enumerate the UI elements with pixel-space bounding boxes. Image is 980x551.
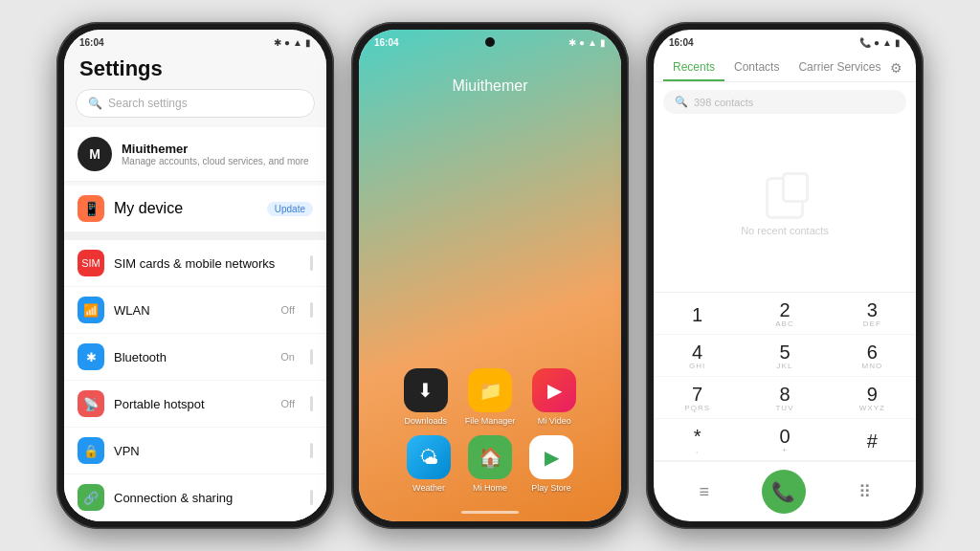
app-filemanager[interactable]: 📁 File Manager — [465, 368, 516, 426]
dialer-call-icon: 📞 — [859, 37, 871, 48]
dialer-screen: 16:04 📞 ● ▲ ▮ Recents Contacts Carrier S… — [654, 30, 916, 521]
keypad: 1 2 ABC 3 DEF 4 GHI 5 JKL — [654, 292, 916, 461]
vpn-icon: 🔒 — [78, 437, 104, 464]
app-downloads[interactable]: ⬇ Downloads — [404, 368, 448, 426]
home-greeting: Miuithemer — [359, 77, 621, 95]
account-row[interactable]: M Miuithemer Manage accounts, cloud serv… — [64, 127, 326, 182]
home-wifi: ▲ — [588, 37, 597, 48]
mivideo-label: Mi Video — [538, 416, 571, 426]
avatar: M — [78, 137, 112, 171]
hotspot-value: Off — [281, 398, 295, 409]
dialpad-grid-icon[interactable]: ⠿ — [858, 481, 871, 502]
no-contacts-icon — [766, 177, 804, 219]
weather-label: Weather — [412, 483, 445, 493]
downloads-label: Downloads — [404, 416, 447, 426]
key-0[interactable]: 0 + — [741, 419, 828, 461]
update-badge[interactable]: Update — [267, 202, 313, 216]
status-bar: 16:04 ✱ ● ▲ ▮ — [64, 30, 326, 51]
key-5[interactable]: 5 JKL — [741, 335, 828, 377]
app-grid: ⬇ Downloads 📁 File Manager ▶ — [359, 368, 621, 521]
search-icon: 🔍 — [88, 97, 102, 110]
settings-item-hotspot[interactable]: 📡 Portable hotspot Off — [64, 381, 326, 428]
settings-item-sharing[interactable]: 🔗 Connection & sharing — [64, 474, 326, 521]
settings-item-wlan[interactable]: 📶 WLAN Off — [64, 287, 326, 334]
settings-title: Settings — [64, 51, 326, 89]
vpn-label: VPN — [114, 444, 299, 458]
no-contacts-text: No recent contacts — [741, 225, 829, 236]
app-mivideo[interactable]: ▶ Mi Video — [532, 368, 576, 426]
playstore-label: Play Store — [531, 483, 571, 493]
device-row[interactable]: 📱 My device Update — [64, 186, 326, 232]
bt-handle — [310, 349, 313, 364]
bt-icon: ✱ — [274, 37, 281, 48]
mihome-icon: 🏠 — [468, 435, 512, 479]
key-4[interactable]: 4 GHI — [654, 335, 741, 377]
dialer-search-icon: 🔍 — [675, 96, 688, 108]
wifi-icon-item: 📶 — [78, 297, 104, 323]
call-button[interactable]: 📞 — [762, 470, 806, 514]
home-phone: 16:04 ✱ ● ▲ ▮ Miuithemer ⬇ Downloads — [351, 22, 629, 529]
dialer-bottom: ≡ 📞 ⠿ — [654, 461, 916, 521]
tab-contacts[interactable]: Contacts — [724, 55, 789, 81]
settings-item-vpn[interactable]: 🔒 VPN — [64, 428, 326, 474]
app-row-1: ⬇ Downloads 📁 File Manager ▶ — [404, 368, 577, 426]
settings-divider — [64, 232, 326, 240]
call-icon: 📞 — [771, 480, 795, 503]
app-mihome[interactable]: 🏠 Mi Home — [468, 435, 512, 493]
camera-cutout — [485, 37, 495, 47]
key-6[interactable]: 6 MNO — [829, 335, 916, 377]
key-1[interactable]: 1 — [654, 293, 741, 335]
app-weather[interactable]: 🌤 Weather — [407, 435, 451, 493]
search-bar[interactable]: 🔍 Search settings — [76, 89, 315, 118]
wifi-icon: ▲ — [293, 37, 302, 48]
home-screen: 16:04 ✱ ● ▲ ▮ Miuithemer ⬇ Downloads — [359, 30, 621, 521]
dialer-status-bar: 16:04 📞 ● ▲ ▮ — [654, 30, 916, 51]
weather-icon: 🌤 — [407, 435, 451, 479]
battery-icon: ▮ — [305, 37, 311, 48]
key-8[interactable]: 8 TUV — [741, 377, 828, 419]
account-sub: Manage accounts, cloud services, and mor… — [122, 156, 309, 166]
wlan-handle — [310, 302, 313, 318]
wlan-label: WLAN — [114, 303, 272, 318]
settings-item-bt[interactable]: ✱ Bluetooth On — [64, 334, 326, 381]
sharing-icon: 🔗 — [78, 484, 104, 511]
key-7[interactable]: 7 PQRS — [654, 377, 741, 419]
dialer-search[interactable]: 🔍 398 contacts — [663, 90, 906, 114]
key-2[interactable]: 2 ABC — [741, 293, 828, 335]
settings-item-sim[interactable]: SIM SIM cards & mobile networks — [64, 240, 326, 287]
dialer-signal: ● — [874, 37, 880, 48]
no-contacts-area: No recent contacts — [654, 121, 916, 292]
search-placeholder: Search settings — [108, 97, 188, 110]
sim-handle — [310, 255, 313, 271]
key-star[interactable]: * , — [654, 419, 741, 461]
filemanager-label: File Manager — [465, 416, 516, 426]
dialer-status-icons: 📞 ● ▲ ▮ — [859, 37, 901, 48]
mivideo-icon: ▶ — [532, 368, 576, 412]
key-9[interactable]: 9 WXYZ — [829, 377, 916, 419]
sharing-handle — [310, 490, 313, 505]
home-battery: ▮ — [600, 37, 606, 48]
playstore-icon: ▶ — [529, 435, 573, 479]
key-3[interactable]: 3 DEF — [829, 293, 916, 335]
status-icons: ✱ ● ▲ ▮ — [274, 37, 311, 48]
device-icon: 📱 — [78, 195, 104, 222]
signal-icon: ● — [284, 37, 290, 48]
dialer-time: 16:04 — [669, 37, 694, 48]
bt-icon-item: ✱ — [78, 343, 104, 370]
tab-carrier[interactable]: Carrier Services — [789, 55, 890, 81]
gear-icon[interactable]: ⚙ — [890, 60, 902, 76]
dialpad-menu-icon[interactable]: ≡ — [699, 482, 709, 502]
home-time: 16:04 — [374, 37, 399, 48]
dialer-tabs: Recents Contacts Carrier Services — [654, 51, 916, 82]
key-hash[interactable]: # — [829, 419, 916, 461]
hotspot-icon: 📡 — [78, 390, 104, 417]
bt-value: On — [280, 351, 295, 363]
settings-phone: 16:04 ✱ ● ▲ ▮ Settings 🔍 Search settings… — [56, 22, 334, 529]
tab-recents[interactable]: Recents — [663, 55, 724, 81]
hotspot-handle — [310, 396, 313, 411]
home-status-icons: ✱ ● ▲ ▮ — [568, 37, 606, 48]
app-playstore[interactable]: ▶ Play Store — [529, 435, 573, 493]
status-time: 16:04 — [79, 37, 104, 48]
sim-label: SIM cards & mobile networks — [114, 256, 299, 271]
dialer-battery: ▮ — [895, 37, 901, 48]
